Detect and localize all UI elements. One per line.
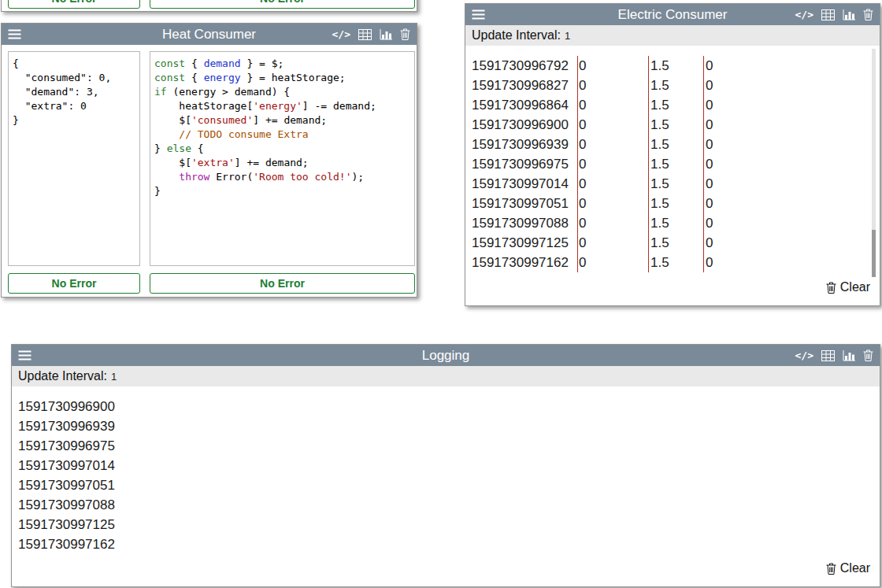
code-line: }: [154, 184, 410, 198]
code-line: $['consumed'] += demand;: [154, 113, 410, 128]
table-cell: 1591730996975: [472, 154, 577, 174]
table-cell: 0: [577, 213, 648, 233]
update-interval-input[interactable]: [565, 30, 628, 42]
header-icons: </>: [332, 28, 410, 40]
table-row: 159173099708801.50: [465, 213, 872, 233]
code-icon[interactable]: </>: [795, 349, 813, 361]
scrollbar-thumb[interactable]: [872, 230, 876, 277]
table-cell: 0: [703, 76, 713, 95]
clear-button[interactable]: Clear: [826, 280, 870, 294]
menu-icon[interactable]: [472, 9, 485, 20]
chart-icon[interactable]: [380, 29, 392, 40]
table-cell: 0: [577, 194, 648, 213]
table-cell: 1591730997088: [472, 213, 577, 233]
header-icons: </>: [795, 9, 873, 20]
update-interval-label: Update Interval:: [18, 369, 107, 383]
table-cell: 1591730996864: [472, 95, 577, 115]
clear-button[interactable]: Clear: [826, 561, 870, 575]
table-row: 159173099701401.50: [465, 174, 872, 194]
table-row: 159173099679201.50: [465, 56, 872, 76]
table-row: 159173099712501.50: [465, 233, 872, 253]
trash-icon[interactable]: [863, 349, 873, 361]
update-interval-input[interactable]: [111, 371, 174, 383]
update-interval-bar: Update Interval:: [12, 366, 880, 386]
table-cell: 1.5: [648, 194, 703, 213]
table-cell: 0: [577, 95, 648, 115]
code-token: 'extra': [191, 157, 235, 168]
table-row: 159173099686401.50: [465, 95, 872, 115]
code-token: if: [154, 86, 167, 98]
update-interval-bar: Update Interval:: [465, 25, 880, 46]
code-token: demand: [204, 57, 241, 69]
table-row: 159173099693901.50: [465, 135, 872, 154]
code-line: throw Error('Room too cold!');: [154, 170, 410, 184]
code-token: const: [154, 72, 185, 83]
table-cell: 1591730996900: [472, 115, 577, 135]
status-no-error: No Error: [8, 273, 140, 294]
table-icon[interactable]: [358, 29, 372, 40]
table-cell: 0: [577, 154, 648, 174]
code-token: {: [185, 57, 203, 69]
list-item: 1591730996939: [12, 416, 872, 436]
code-token: ] += demand;: [235, 157, 309, 168]
chart-icon[interactable]: [843, 350, 855, 361]
status-no-error: No Error: [150, 273, 415, 294]
table-cell: 0: [703, 135, 713, 154]
status-no-error: No Error: [8, 0, 140, 9]
code-token: }: [154, 185, 161, 197]
list-item: 1591730996975: [12, 436, 872, 456]
table-row: 159173099682701.50: [465, 76, 872, 95]
table-cell: 0: [703, 174, 713, 194]
table-cell: 1591730997125: [472, 233, 577, 253]
table-cell: 1591730997162: [472, 253, 577, 272]
table-cell: 0: [703, 213, 713, 233]
code-token: const: [154, 57, 185, 69]
code-line: } else {: [154, 142, 410, 156]
table-cell: 1.5: [648, 213, 703, 233]
menu-icon[interactable]: [18, 350, 32, 361]
code-token: energy: [204, 72, 241, 83]
state-json-editor[interactable]: { "consumed": 0, "demand": 3, "extra": 0…: [8, 51, 140, 266]
list-item: 1591730997162: [12, 534, 872, 554]
table-cell: 1.5: [648, 115, 703, 135]
table-cell: 1.5: [648, 253, 703, 272]
code-token: $[: [154, 114, 191, 126]
table-row: 159173099705101.50: [465, 194, 872, 213]
menu-icon[interactable]: [8, 29, 21, 39]
table-cell: 0: [577, 174, 648, 194]
code-token: } = heatStorage;: [241, 72, 346, 83]
table-cell: 0: [703, 253, 713, 272]
table-icon[interactable]: [821, 9, 835, 20]
table-cell: 1591730997014: [472, 174, 577, 194]
code-icon[interactable]: </>: [795, 9, 813, 20]
trash-icon[interactable]: [400, 28, 410, 40]
table-cell: 1591730996939: [472, 135, 577, 154]
code-token: else: [167, 142, 191, 154]
trash-icon[interactable]: [863, 9, 873, 20]
table-cell: 0: [703, 56, 713, 76]
panel-electric-consumer: Electric Consumer </> Update Interval: 1…: [465, 3, 880, 306]
panel-title: Logging: [12, 348, 880, 364]
json-line: "demand": 3,: [13, 85, 135, 99]
table-cell: 0: [577, 135, 648, 154]
trash-icon: [826, 563, 836, 575]
code-token: throw: [179, 171, 209, 183]
code-token: (energy > demand) {: [167, 86, 291, 98]
table-cell: 1591730996827: [472, 76, 577, 95]
code-token: heatStorage[: [154, 100, 253, 112]
code-icon[interactable]: </>: [332, 28, 350, 40]
panel-heat-consumer: Heat Consumer </> { "consumed": 0, "dema…: [1, 23, 417, 298]
chart-icon[interactable]: [843, 9, 855, 20]
scrollbar[interactable]: [872, 49, 876, 277]
code-editor[interactable]: const { demand } = $;const { energy } = …: [150, 51, 415, 266]
list-item: 1591730997051: [12, 475, 872, 495]
code-token: ] += demand;: [253, 114, 327, 126]
code-token: }: [154, 142, 167, 154]
table-row: 159173099690001.50: [465, 115, 872, 135]
table-cell: 0: [703, 194, 713, 213]
panel-header: Electric Consumer </>: [465, 4, 880, 25]
list-item: 1591730997088: [12, 495, 872, 515]
panel-cut-top: No Error No Error: [1, 0, 417, 12]
table-icon[interactable]: [821, 350, 835, 361]
table-cell: 0: [577, 233, 648, 253]
